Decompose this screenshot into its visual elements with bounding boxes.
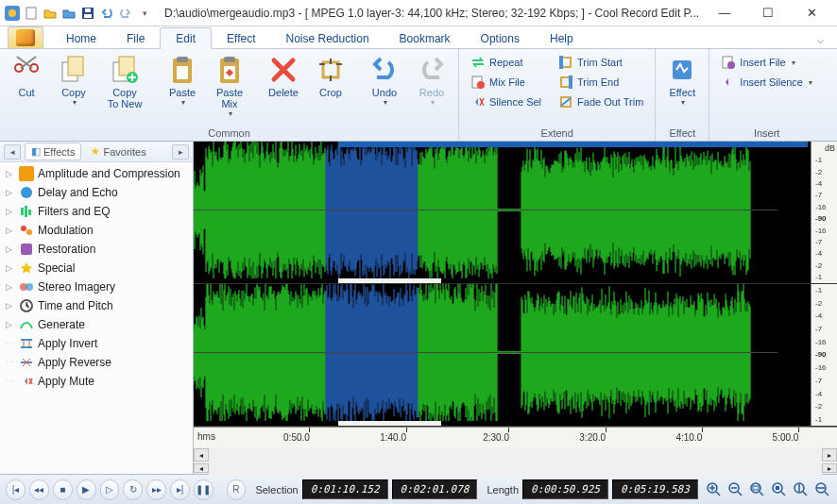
sidebar-tab-favorites[interactable]: ★Favorites <box>85 143 151 160</box>
group-extend: Repeat Mix File Silence Sel Trim Start T… <box>459 49 656 141</box>
undo-icon[interactable] <box>98 5 115 22</box>
group-common-label: Common <box>4 126 454 141</box>
waveform-channel-left[interactable]: dB -1-2-4-7-16 -90 -16-7-4-2-1 <box>194 142 837 284</box>
list-item[interactable]: ▷Special <box>0 259 193 277</box>
qat-dropdown-icon[interactable]: ▾ <box>136 5 153 22</box>
transport-pause-button[interactable]: ❚❚ <box>194 479 214 500</box>
list-item[interactable]: ▷Time and Pitch <box>0 296 193 315</box>
selection-label: Selection <box>255 484 298 496</box>
scroll-right-button[interactable]: ▸ <box>822 463 837 473</box>
transport-rewind-button[interactable]: ◂◂ <box>29 479 49 500</box>
list-item[interactable]: ⋯Apply Invert <box>0 334 193 353</box>
transport-ff-button[interactable]: ▸▸ <box>146 479 166 500</box>
close-button[interactable]: ✕ <box>790 0 833 26</box>
transport-play-sel-button[interactable]: ▷ <box>100 479 120 500</box>
save-icon[interactable] <box>79 5 96 22</box>
tab-file[interactable]: File <box>111 28 160 48</box>
window-title: D:\audio\mergeaudio.mp3 - [ MPEG 1.0 lay… <box>153 7 703 20</box>
scroll-left-button[interactable]: ◂ <box>194 448 209 462</box>
open-icon[interactable] <box>42 5 59 22</box>
tab-options[interactable]: Options <box>466 28 535 48</box>
list-item[interactable]: ▷Generate <box>0 315 193 334</box>
tab-edit[interactable]: Edit <box>160 27 212 49</box>
effects-list: ▷Amplitude and Compression ▷Delay and Ec… <box>0 162 193 474</box>
list-item[interactable]: ▷Stereo Imagery <box>0 277 193 296</box>
copy-button[interactable]: Copy▾ <box>51 51 96 110</box>
open2-icon[interactable] <box>60 5 77 22</box>
insert-silence-button[interactable]: Insert Silence▾ <box>715 73 818 92</box>
zoom-v-out-icon[interactable] <box>813 480 831 499</box>
insert-file-button[interactable]: Insert File▾ <box>715 53 818 72</box>
scroll-right-button[interactable]: ▸ <box>822 448 837 462</box>
transport-end-button[interactable]: ▸| <box>170 479 190 500</box>
effect-button[interactable]: Effect▾ <box>659 51 705 110</box>
scroll-left-button[interactable]: ◂ <box>194 463 209 473</box>
sidebar-nav-next[interactable]: ▸ <box>172 144 189 160</box>
quick-access-toolbar: ▾ <box>4 5 153 22</box>
cut-button[interactable]: Cut <box>4 51 49 102</box>
tab-effect[interactable]: Effect <box>212 28 270 48</box>
maximize-button[interactable]: ☐ <box>746 0 790 26</box>
trim-end-button[interactable]: Trim End <box>553 73 649 92</box>
minimize-button[interactable]: — <box>703 0 746 26</box>
paste-button[interactable]: Paste▾ <box>160 51 205 110</box>
timeline[interactable]: hms 0:50.0 1:40.0 2:30.0 3:20.0 4:10.0 5… <box>194 427 837 447</box>
new-icon[interactable] <box>23 5 40 22</box>
mix-file-button[interactable]: Mix File <box>465 73 547 92</box>
app-menu-button[interactable] <box>8 26 43 48</box>
horizontal-scrollbar[interactable]: ◂ ▸ <box>194 447 837 462</box>
trim-start-button[interactable]: Trim Start <box>553 53 649 72</box>
sidebar-tab-effects[interactable]: ◧Effects <box>25 143 81 160</box>
transport-start-button[interactable]: |◂ <box>6 479 26 500</box>
group-effect: Effect▾ Effect <box>656 49 709 141</box>
length-selection: 0:00:50.925 <box>522 479 608 499</box>
zoom-fit-icon[interactable] <box>749 480 767 499</box>
waveform-channel-right[interactable]: -1-2-4-7-16 -90 -16-7-4-2-1 <box>194 284 837 427</box>
tab-home[interactable]: Home <box>51 28 111 48</box>
list-item[interactable]: ▷Amplitude and Compression <box>0 164 193 183</box>
zoom-v-in-icon[interactable] <box>792 480 810 499</box>
tab-noise-reduction[interactable]: Noise Reduction <box>271 28 384 48</box>
redo-button[interactable]: Redo▾ <box>409 51 454 110</box>
copy-to-new-button[interactable]: Copy To New <box>98 51 151 113</box>
svg-point-33 <box>21 226 26 231</box>
redo-icon[interactable] <box>117 5 134 22</box>
silence-sel-button[interactable]: Silence Sel <box>465 92 547 111</box>
list-item[interactable]: ▷Restoration <box>0 240 193 259</box>
svg-rect-31 <box>25 206 27 217</box>
selection-start-time: 0:01:10.152 <box>302 479 388 499</box>
sidebar-nav-prev[interactable]: ◂ <box>4 144 21 160</box>
svg-point-37 <box>26 283 33 291</box>
svg-rect-32 <box>28 210 31 215</box>
zoom-out-icon[interactable] <box>727 480 745 499</box>
app-icon[interactable] <box>4 5 21 22</box>
svg-rect-17 <box>323 62 338 77</box>
horizontal-scrollbar-2[interactable]: ◂ ▸ <box>194 462 837 474</box>
svg-rect-4 <box>84 14 92 18</box>
ribbon-collapse-icon[interactable]: ⌵ <box>811 31 829 48</box>
list-item[interactable]: ▷Delay and Echo <box>0 183 193 202</box>
tab-help[interactable]: Help <box>535 28 589 48</box>
undo-button[interactable]: Undo▾ <box>362 51 407 110</box>
transport-play-button[interactable]: ▶ <box>77 479 96 500</box>
transport-loop-button[interactable]: ↻ <box>123 479 143 500</box>
list-item[interactable]: ▷Modulation <box>0 221 193 240</box>
svg-point-29 <box>21 187 32 198</box>
paste-mix-button[interactable]: Paste Mix▾ <box>207 51 252 122</box>
transport-record-button[interactable]: R <box>227 479 247 500</box>
tab-bookmark[interactable]: Bookmark <box>384 28 466 48</box>
list-item[interactable]: ▷Filters and EQ <box>0 202 193 221</box>
repeat-button[interactable]: Repeat <box>465 53 547 72</box>
fade-out-trim-button[interactable]: Fade Out Trim <box>553 92 649 111</box>
delete-button[interactable]: Delete <box>261 51 306 102</box>
waveform-area: dB -1-2-4-7-16 -90 -16-7-4-2-1 -1-2-4-7-… <box>194 142 837 474</box>
svg-point-19 <box>477 81 485 89</box>
crop-button[interactable]: Crop <box>308 51 353 102</box>
list-item[interactable]: ⋯Apply Mute <box>0 372 193 391</box>
transport-stop-button[interactable]: ■ <box>53 479 73 500</box>
zoom-sel-icon[interactable] <box>770 480 788 499</box>
selection-marker-top[interactable] <box>338 142 808 147</box>
list-item[interactable]: ⋯Apply Reverse <box>0 353 193 372</box>
svg-rect-42 <box>753 486 759 490</box>
zoom-in-icon[interactable] <box>706 480 724 499</box>
